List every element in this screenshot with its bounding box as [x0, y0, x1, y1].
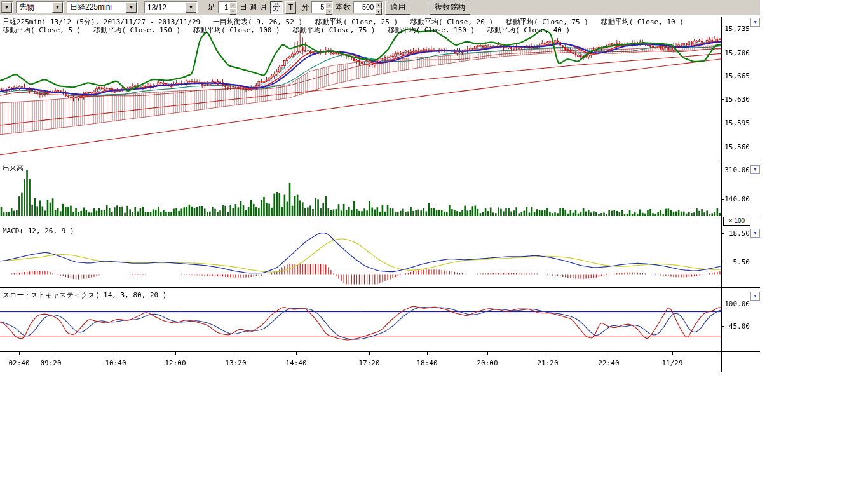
minute-label: 分 — [301, 2, 309, 13]
app-window: ▼ 先物 ▼ 日経225mini ▼ 13/12 ▼ 足 1 ▲ ▼ 日 週 月… — [0, 0, 868, 488]
time-tick-label: 13:20 — [220, 359, 251, 367]
dropdown-arrow-icon: ▼ — [1, 2, 12, 13]
stoch-axis-tick: 45.00 — [723, 322, 750, 330]
chart-legend-line2: 移動平均( Close, 5 ) 移動平均( Close, 150 ) 移動平均… — [3, 25, 570, 35]
bar-interval-value: 1 — [219, 2, 229, 13]
volume-axis-tick: 140.00 — [723, 195, 750, 203]
macd-panel-scroll-button[interactable]: ▼ — [750, 229, 760, 238]
price-axis-tick: 15,595 — [723, 119, 750, 127]
count-input[interactable]: 500 ▲ ▼ — [353, 1, 383, 13]
spin-up-icon[interactable]: ▲ — [325, 2, 332, 8]
count-value: 500 — [354, 2, 375, 13]
symbol-select-value: 日経225mini — [70, 2, 112, 13]
time-tick-label: 18:40 — [412, 359, 442, 367]
time-tick-label: 02:40 — [4, 359, 34, 367]
spin-down-icon[interactable]: ▼ — [375, 8, 382, 15]
spin-up-icon[interactable]: ▲ — [375, 2, 382, 8]
minute-value: 5 — [312, 2, 325, 13]
stoch-panel-label: スロー・ストキャスティクス( 14, 3, 80, 20 ) — [3, 290, 166, 300]
market-select-value: 先物 — [19, 2, 34, 13]
price-axis-tick: 15,665 — [723, 72, 750, 80]
chart-canvas[interactable] — [0, 0, 760, 376]
bar-label: 足 — [208, 2, 215, 13]
price-axis-tick: 15,560 — [723, 143, 750, 151]
dropdown-arrow-icon: ▼ — [52, 2, 63, 13]
price-axis-tick: 15,735 — [723, 25, 750, 33]
volume-multiplier-badge: × 100 — [723, 217, 750, 226]
price-panel-scroll-button[interactable]: ▼ — [750, 18, 760, 27]
price-axis-tick: 15,700 — [723, 49, 750, 57]
period-month-button[interactable]: 月 — [260, 2, 268, 13]
macd-axis-tick: 5.50 — [723, 258, 750, 266]
contract-select[interactable]: 13/12 ▼ — [144, 1, 198, 13]
symbol-select[interactable]: 日経225mini ▼ — [67, 1, 138, 13]
bar-interval-input[interactable]: 1 ▲ ▼ — [218, 1, 237, 13]
contract-select-value: 13/12 — [147, 3, 166, 12]
time-tick-label: 17:20 — [354, 359, 384, 367]
time-tick-label: 21:20 — [532, 359, 563, 367]
multi-symbol-button[interactable]: 複数銘柄 — [430, 1, 470, 15]
spin-up-icon[interactable]: ▲ — [229, 2, 236, 8]
apply-button[interactable]: 適用 — [385, 1, 410, 15]
time-tick-label: 22:40 — [593, 359, 624, 367]
time-tick-label: 10:40 — [100, 359, 131, 367]
time-tick-label: 20:00 — [472, 359, 503, 367]
macd-axis-tick: 18.50 — [723, 229, 750, 238]
market-select[interactable]: 先物 ▼ — [16, 1, 64, 13]
time-tick-label: 14:40 — [281, 359, 311, 367]
time-tick-label: 11/29 — [657, 359, 688, 367]
volume-panel-label: 出来高 — [3, 163, 24, 173]
macd-panel-label: MACD( 12, 26, 9 ) — [3, 227, 74, 235]
spin-down-icon[interactable]: ▼ — [325, 8, 332, 15]
stoch-axis-tick: 100.00 — [723, 300, 750, 308]
volume-panel-scroll-button[interactable]: ▼ — [750, 165, 760, 174]
volume-axis-tick: 310.00 — [723, 166, 750, 174]
time-tick-label: 12:00 — [160, 359, 191, 367]
count-label: 本数 — [336, 2, 351, 13]
dropdown-arrow-icon: ▼ — [186, 2, 196, 13]
period-minute-button[interactable]: 分 — [270, 1, 283, 14]
spin-down-icon[interactable]: ▼ — [229, 8, 236, 15]
tick-button[interactable]: T — [285, 1, 296, 14]
period-week-button[interactable]: 週 — [250, 2, 257, 13]
collapse-combo[interactable]: ▼ — [1, 1, 13, 13]
dropdown-arrow-icon: ▼ — [126, 2, 137, 13]
toolbar: ▼ 先物 ▼ 日経225mini ▼ 13/12 ▼ 足 1 ▲ ▼ 日 週 月… — [0, 0, 760, 15]
time-tick-label: 09:20 — [36, 359, 66, 367]
stoch-panel-scroll-button[interactable]: ▼ — [750, 292, 760, 301]
price-axis-tick: 15,630 — [723, 95, 750, 104]
period-day-button[interactable]: 日 — [240, 2, 247, 13]
minute-input[interactable]: 5 ▲ ▼ — [311, 1, 333, 13]
